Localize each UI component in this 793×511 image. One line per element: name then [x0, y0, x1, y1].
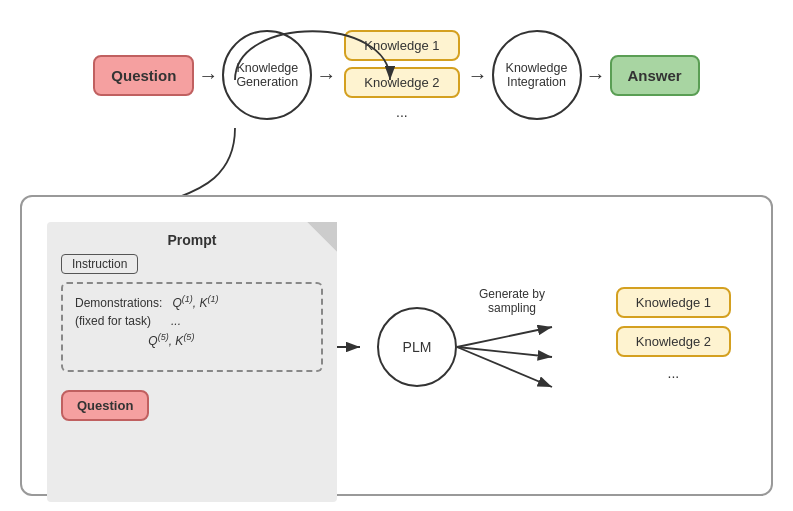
knowledge-stack-top: Knowledge 1 Knowledge 2 ... — [344, 30, 459, 120]
arrow-4: → — [586, 64, 606, 87]
prompt-title: Prompt — [47, 222, 337, 254]
knowledge-dots: ... — [344, 104, 459, 120]
knowledge-box-1: Knowledge 1 — [344, 30, 459, 61]
knowledge-gen-label: KnowledgeGeneration — [236, 61, 298, 89]
knowledge-item-1: Knowledge 1 — [364, 38, 439, 53]
svg-line-5 — [457, 347, 552, 357]
arrow-3: → — [468, 64, 488, 87]
svg-line-4 — [457, 327, 552, 347]
demo-line-3: Q(5), K(5) — [75, 332, 309, 348]
bottom-section: Prompt Instruction Demonstrations: Q(1),… — [20, 195, 773, 496]
generate-text: Generate bysampling — [479, 287, 545, 315]
knowledge-out-label-1: Knowledge 1 — [636, 295, 711, 310]
demo-line-1: Demonstrations: Q(1), K(1) — [75, 294, 309, 310]
plm-circle: PLM — [377, 307, 457, 387]
knowledge-generation-node: KnowledgeGeneration — [222, 30, 312, 120]
knowledge-out-dots: ... — [616, 365, 731, 381]
demo-q5k5: Q(5), K(5) — [75, 334, 194, 348]
arrow-1: → — [198, 64, 218, 87]
knowledge-out-1: Knowledge 1 — [616, 287, 731, 318]
knowledge-output-stack: Knowledge 1 Knowledge 2 ... — [616, 287, 731, 381]
question-box: Question — [93, 55, 194, 96]
plm-label: PLM — [403, 339, 432, 355]
knowledge-out-2: Knowledge 2 — [616, 326, 731, 357]
prompt-question-badge: Question — [61, 390, 149, 421]
demonstrations-label: Demonstrations: Q(1), K(1) — [75, 296, 218, 310]
prompt-card: Prompt Instruction Demonstrations: Q(1),… — [47, 222, 337, 502]
knowledge-out-label-2: Knowledge 2 — [636, 334, 711, 349]
generate-label: Generate bysampling — [467, 287, 557, 315]
svg-line-6 — [457, 347, 552, 387]
knowledge-integration-node: KnowledgeIntegration — [492, 30, 582, 120]
instruction-badge: Instruction — [61, 254, 138, 274]
knowledge-item-2: Knowledge 2 — [364, 75, 439, 90]
main-diagram: Question → KnowledgeGeneration → Knowled… — [0, 0, 793, 511]
answer-label: Answer — [628, 67, 682, 84]
instruction-label: Instruction — [72, 257, 127, 271]
arrow-2: → — [316, 64, 336, 87]
top-row: Question → KnowledgeGeneration → Knowled… — [0, 30, 793, 120]
question-label: Question — [111, 67, 176, 84]
demo-fixed-label: (fixed for task) ... — [75, 314, 181, 328]
knowledge-box-2: Knowledge 2 — [344, 67, 459, 98]
demo-line-2: (fixed for task) ... — [75, 314, 309, 328]
demonstrations-box: Demonstrations: Q(1), K(1) (fixed for ta… — [61, 282, 323, 372]
knowledge-integration-label: KnowledgeIntegration — [506, 61, 568, 89]
prompt-question-label: Question — [77, 398, 133, 413]
answer-box: Answer — [610, 55, 700, 96]
